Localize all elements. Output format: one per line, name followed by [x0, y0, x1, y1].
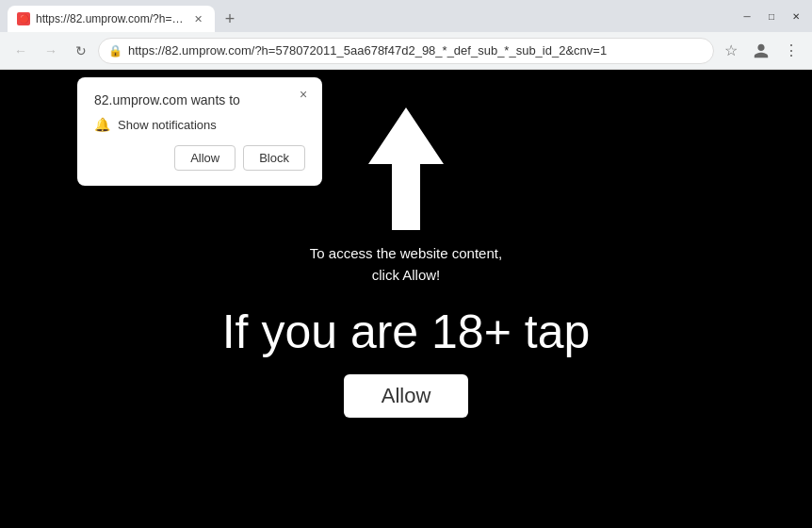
- svg-marker-0: [368, 107, 444, 230]
- title-bar: 🔴 https://82.umprow.com/?h=578... ✕ + ─ …: [0, 0, 812, 32]
- browser-tab[interactable]: 🔴 https://82.umprow.com/?h=578... ✕: [8, 6, 215, 32]
- block-notification-button[interactable]: Block: [243, 145, 305, 171]
- arrow-up-icon: [368, 107, 444, 230]
- tab-close-button[interactable]: ✕: [190, 11, 205, 26]
- tab-title: https://82.umprow.com/?h=578...: [36, 12, 185, 25]
- refresh-button[interactable]: ↻: [68, 38, 94, 64]
- notification-popup: × 82.umprow.com wants to 🔔 Show notifica…: [77, 77, 322, 186]
- browser-window: 🔴 https://82.umprow.com/?h=578... ✕ + ─ …: [0, 0, 812, 528]
- permission-text: Show notifications: [118, 118, 217, 132]
- maximize-button[interactable]: □: [763, 8, 780, 25]
- bell-icon: 🔔: [94, 117, 110, 132]
- popup-permission: 🔔 Show notifications: [94, 117, 305, 132]
- tab-strip: 🔴 https://82.umprow.com/?h=578... ✕ +: [8, 0, 735, 32]
- forward-button[interactable]: →: [38, 38, 64, 64]
- url-bar[interactable]: 🔒 https://82.umprow.com/?h=578072011_5aa…: [98, 38, 714, 64]
- close-button[interactable]: ✕: [788, 8, 804, 25]
- tab-favicon: 🔴: [17, 12, 30, 25]
- account-button[interactable]: [748, 38, 774, 64]
- menu-button[interactable]: ⋮: [778, 38, 804, 64]
- age-text: If you are 18+ tap: [222, 305, 591, 359]
- page-content: × 82.umprow.com wants to 🔔 Show notifica…: [0, 70, 812, 528]
- lock-icon: 🔒: [108, 44, 122, 58]
- allow-notification-button[interactable]: Allow: [174, 145, 235, 171]
- back-button[interactable]: ←: [8, 38, 34, 64]
- page-allow-button[interactable]: Allow: [344, 374, 469, 418]
- minimize-button[interactable]: ─: [739, 8, 755, 25]
- popup-buttons: Allow Block: [94, 145, 305, 171]
- popup-close-button[interactable]: ×: [294, 85, 313, 104]
- url-text: https://82.umprow.com/?h=578072011_5aa67…: [128, 43, 704, 58]
- bookmark-button[interactable]: ☆: [718, 38, 744, 64]
- popup-title: 82.umprow.com wants to: [94, 92, 305, 107]
- address-bar: ← → ↻ 🔒 https://82.umprow.com/?h=5780720…: [0, 32, 812, 70]
- window-controls: ─ □ ✕: [739, 8, 804, 25]
- new-tab-button[interactable]: +: [217, 6, 243, 32]
- access-text: To access the website content, click All…: [310, 243, 502, 286]
